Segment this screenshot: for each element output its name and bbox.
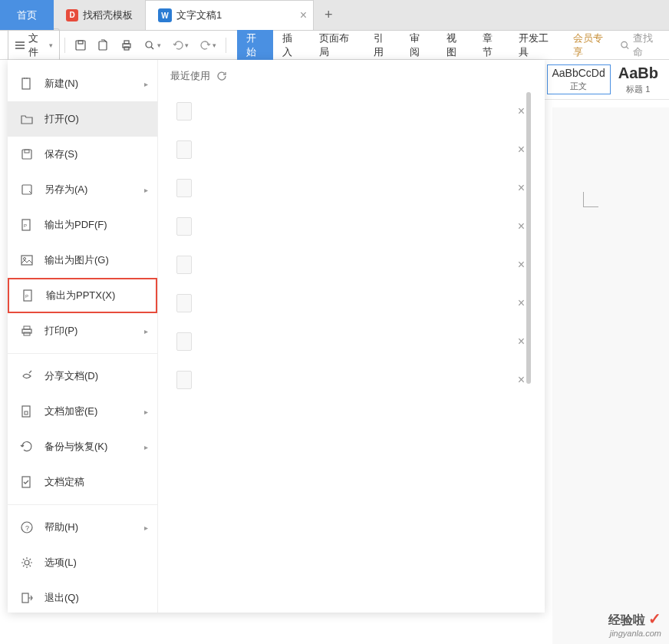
recent-item[interactable]: ×: [170, 246, 532, 284]
close-icon[interactable]: ×: [518, 296, 525, 310]
tab-doc-label: 文字文稿1: [176, 8, 222, 22]
menu-export-pdf[interactable]: P 输出为PDF(F): [8, 207, 157, 243]
tab-template[interactable]: D 找稻壳模板: [54, 0, 145, 30]
save-icon: [20, 147, 34, 161]
style-heading1[interactable]: AaBb 标题 1: [614, 63, 663, 97]
recent-item[interactable]: ×: [170, 92, 532, 130]
refresh-icon[interactable]: [216, 71, 227, 81]
watermark-url: jingyanla.com: [608, 629, 661, 638]
menu-print[interactable]: 打印(P) ▸: [8, 313, 157, 348]
file-menu-button[interactable]: 文件 ▾: [8, 28, 60, 62]
ribbon-vip[interactable]: 会员专享: [564, 27, 618, 64]
recent-item[interactable]: ×: [170, 130, 532, 169]
svg-point-15: [24, 258, 26, 260]
chevron-right-icon: ▸: [144, 327, 148, 335]
svg-text:?: ?: [25, 524, 29, 532]
menu-exit[interactable]: 退出(Q): [8, 580, 157, 616]
svg-rect-0: [76, 41, 85, 50]
scrollbar-thumb[interactable]: [526, 92, 531, 384]
ribbon-review[interactable]: 审阅: [400, 27, 437, 64]
document-canvas[interactable]: [552, 107, 669, 644]
print-icon: [120, 39, 133, 51]
close-icon[interactable]: ×: [518, 143, 525, 157]
separator: [64, 38, 65, 53]
menu-backup[interactable]: 备份与恢复(K) ▸: [8, 429, 157, 464]
menu-encrypt[interactable]: 文档加密(E) ▸: [8, 394, 157, 429]
search-box[interactable]: 查找命: [620, 31, 661, 59]
toolbar: 文件 ▾ ▾ ▾ ▾ 开始 插入 页面布局 引用 审阅 视图 章节 开发工具 会…: [0, 31, 669, 60]
menu-options[interactable]: 选项(L): [8, 545, 157, 580]
backup-icon: [20, 440, 34, 454]
watermark-brand: 经验啦: [608, 613, 645, 626]
ribbon-insert[interactable]: 插入: [273, 27, 309, 64]
tab-template-label: 找稻壳模板: [83, 8, 133, 22]
svg-rect-10: [25, 150, 29, 153]
style-normal[interactable]: AaBbCcDd 正文: [547, 64, 611, 94]
menu-open[interactable]: 打开(O): [8, 101, 157, 137]
svg-rect-11: [22, 185, 31, 194]
menu-export-img[interactable]: 输出为图片(G): [8, 243, 157, 278]
ribbon-layout[interactable]: 页面布局: [310, 27, 364, 64]
close-icon[interactable]: ×: [518, 104, 525, 118]
pptx-icon: P: [21, 289, 35, 302]
page-margin-marker: [583, 192, 598, 207]
file-menu-list: 新建(N) ▸ 打开(O) 保存(S) 另存为(A) ▸ P 输出为PDF(F)…: [8, 60, 158, 613]
doc-icon: [176, 294, 192, 312]
menu-new[interactable]: 新建(N) ▸: [8, 66, 157, 101]
menu-save-label: 保存(S): [44, 147, 77, 161]
menu-save[interactable]: 保存(S): [8, 137, 157, 172]
chevron-right-icon: ▸: [144, 443, 148, 451]
close-icon[interactable]: ×: [518, 335, 525, 348]
close-icon[interactable]: ×: [518, 220, 525, 233]
menu-finalize[interactable]: 文档定稿: [8, 464, 157, 500]
menu-share[interactable]: 分享文档(D): [8, 358, 157, 394]
redo-icon: [199, 39, 212, 51]
svg-text:P: P: [25, 294, 28, 299]
recent-item[interactable]: ×: [170, 361, 532, 399]
lock-icon: [20, 405, 34, 418]
close-icon[interactable]: ×: [518, 181, 525, 195]
save-button[interactable]: [70, 36, 91, 54]
chevron-right-icon: ▸: [144, 408, 148, 416]
style-heading-label: 标题 1: [618, 84, 658, 95]
recent-panel: 最近使用 × × × × × × × ×: [158, 60, 545, 613]
ribbon-reference[interactable]: 引用: [364, 27, 400, 64]
redo-button[interactable]: ▾: [195, 36, 221, 54]
ribbon-chapter[interactable]: 章节: [473, 27, 509, 64]
menu-help[interactable]: ? 帮助(H) ▸: [8, 510, 157, 545]
template-icon: D: [66, 9, 78, 21]
tab-document[interactable]: W 文字文稿1 ×: [145, 0, 314, 30]
menu-export-pptx[interactable]: P 输出为PPTX(X): [8, 278, 157, 313]
ribbon-view[interactable]: 视图: [437, 27, 473, 64]
menu-print-label: 打印(P): [44, 324, 77, 338]
scrollbar[interactable]: [525, 92, 531, 583]
close-icon[interactable]: ×: [518, 258, 525, 272]
ribbon-start[interactable]: 开始: [237, 27, 273, 64]
tab-home[interactable]: 首页: [0, 0, 54, 30]
recent-item[interactable]: ×: [170, 207, 532, 246]
menu-open-label: 打开(O): [44, 112, 79, 126]
image-icon: [20, 253, 34, 267]
undo-button[interactable]: ▾: [167, 36, 193, 54]
preview-button[interactable]: ▾: [139, 36, 166, 54]
recent-item[interactable]: ×: [170, 284, 532, 322]
search-placeholder: 查找命: [633, 31, 661, 59]
menu-new-label: 新建(N): [44, 77, 78, 91]
recent-item[interactable]: ×: [170, 169, 532, 207]
svg-rect-27: [22, 593, 28, 603]
watermark: 经验啦 ✓ jingyanla.com: [608, 609, 661, 638]
recent-item[interactable]: ×: [170, 322, 532, 361]
separator: [8, 353, 157, 354]
folder-open-icon: [20, 112, 34, 126]
menu-exit-label: 退出(Q): [44, 591, 79, 605]
saveas-button[interactable]: [93, 36, 114, 54]
close-icon[interactable]: ×: [300, 8, 307, 22]
ribbon-dev[interactable]: 开发工具: [509, 27, 564, 64]
new-tab-button[interactable]: +: [314, 0, 344, 30]
menu-saveas[interactable]: 另存为(A) ▸: [8, 172, 157, 207]
close-icon[interactable]: ×: [518, 373, 525, 387]
print-button[interactable]: [116, 36, 137, 54]
svg-rect-23: [22, 477, 30, 487]
exit-icon: [20, 591, 34, 605]
check-icon: ✓: [648, 610, 661, 627]
